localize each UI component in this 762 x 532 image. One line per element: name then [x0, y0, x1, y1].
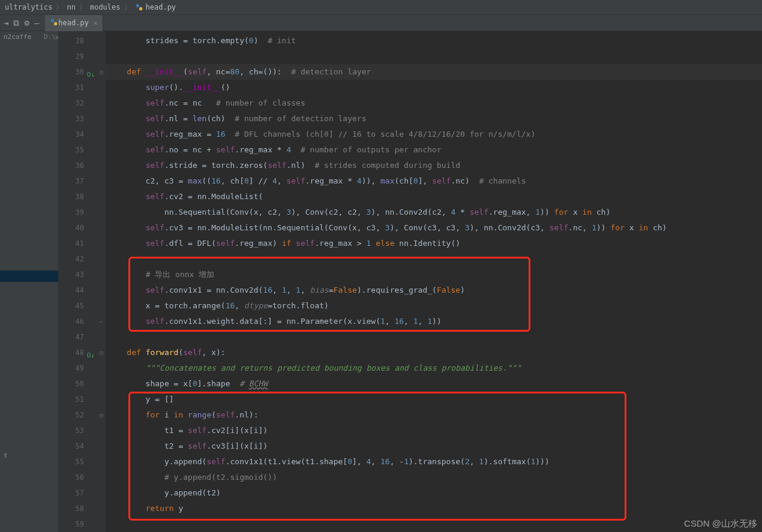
sidebar-item[interactable]: t [0, 450, 58, 461]
close-icon[interactable]: ✕ [94, 19, 98, 27]
svg-rect-2 [51, 19, 54, 22]
tab-label: head.py [58, 19, 89, 27]
chevron-right-icon: 〉 [124, 2, 131, 13]
sidebar-item[interactable]: n2caffe D:\worksp [0, 31, 58, 43]
svg-rect-1 [139, 7, 142, 10]
minus-icon[interactable]: — [34, 18, 39, 28]
chevron-right-icon: 〉 [56, 2, 63, 13]
breadcrumb-file[interactable]: head.py [146, 3, 176, 11]
watermark: CSDN @山水无移 [684, 518, 757, 530]
breadcrumb-part[interactable]: nn [67, 3, 75, 11]
breadcrumb: ultralytics 〉 nn 〉 modules 〉 head.py [0, 0, 762, 15]
fold-gutter: ⊟ ⌐ ⊟ ⊟ [97, 31, 106, 532]
python-file-icon [50, 18, 58, 28]
svg-rect-3 [54, 22, 57, 25]
fold-icon[interactable]: ⊟ [97, 407, 106, 423]
editor-toolbar: ⇥ ⧉ ⚙ — head.py ✕ [0, 15, 762, 31]
chevron-right-icon: 〉 [79, 2, 86, 13]
project-sidebar[interactable]: n2caffe D:\worksp t [0, 31, 59, 532]
sidebar-item-selected[interactable] [0, 270, 58, 282]
fold-icon[interactable]: ⊟ [97, 345, 106, 360]
fold-icon[interactable]: ⊟ [97, 64, 106, 80]
line-gutter: 28 29 30O↓ 31 32 33 34 35 36 37 38 39 40… [59, 31, 97, 532]
tab-head-py[interactable]: head.py ✕ [45, 15, 103, 31]
python-file-icon [135, 3, 143, 11]
breadcrumb-part[interactable]: ultralytics [5, 3, 52, 11]
fold-end-icon[interactable]: ⌐ [97, 314, 106, 329]
expand-icon[interactable]: ⧉ [13, 18, 19, 28]
code-area[interactable]: strides = torch.empty(0) # init def __in… [106, 31, 762, 532]
gear-icon[interactable]: ⚙ [24, 18, 29, 28]
code-editor[interactable]: 28 29 30O↓ 31 32 33 34 35 36 37 38 39 40… [59, 31, 762, 532]
svg-rect-0 [136, 4, 139, 7]
collapse-icon[interactable]: ⇥ [4, 18, 8, 28]
breadcrumb-part[interactable]: modules [90, 3, 121, 11]
